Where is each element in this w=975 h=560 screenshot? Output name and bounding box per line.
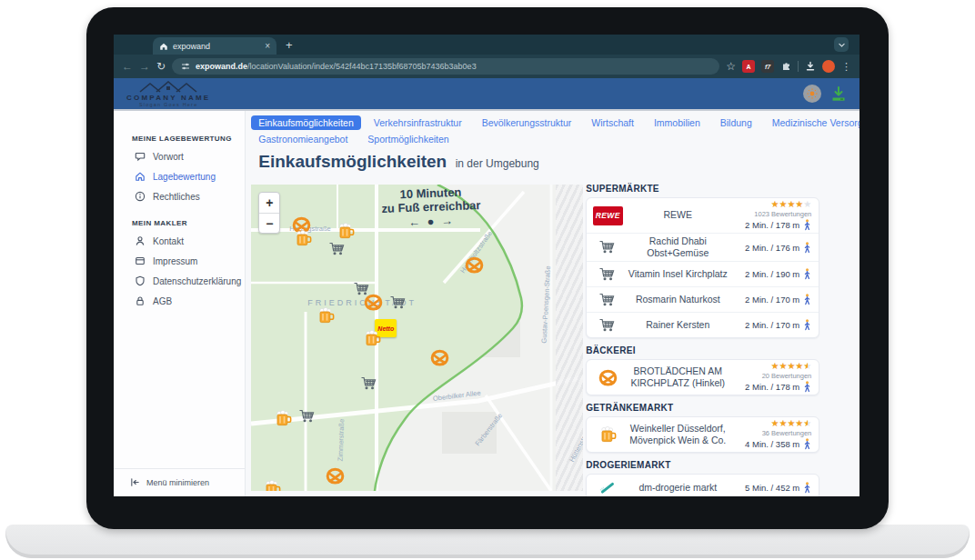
bookmark-star-icon[interactable]: ☆: [726, 61, 736, 72]
panel-section-supermaerkte: SUPERMÄRKTE REWE REWE ★★★★★★★★★★1023 Bew…: [586, 184, 819, 338]
place-name: Vitamin Insel Kirchplatz: [624, 268, 731, 280]
cart-marker[interactable]: [389, 294, 407, 312]
browser-toolbar: ← → ↻ expowand.de/locationValuation/inde…: [114, 55, 859, 78]
url-domain: expowand.de: [196, 62, 247, 71]
url-bar[interactable]: expowand.de/locationValuation/index/542f…: [172, 58, 719, 75]
tab-gastronomieangebot[interactable]: Gastronomieangebot: [251, 132, 355, 146]
place-row[interactable]: REWE REWE ★★★★★★★★★★1023 Bewertungen2 Mi…: [587, 198, 819, 233]
app-header: COMPANY NAME Slogan Goes Here: [114, 78, 859, 111]
sidebar-item-datenschutz[interactable]: Datenschutzerklärung: [114, 271, 245, 291]
category-tabs: EinkaufsmöglichkeitenVerkehrsinfrastrukt…: [249, 115, 859, 146]
beer-marker[interactable]: [363, 329, 381, 347]
drogeriemarkt-card: dm-drogerie markt 5 Min. / 452 m: [586, 474, 819, 496]
beer-marker[interactable]: [274, 409, 292, 427]
tab-medizinische-versorgung[interactable]: Medizinische Versorgung: [765, 115, 859, 130]
zoom-out-button[interactable]: −: [259, 213, 279, 233]
panel-section-drogeriemarkt: DROGERIEMARKT dm-drogerie markt 5 Min. /…: [586, 460, 819, 496]
sidebar-item-vorwort[interactable]: Vorwort: [114, 146, 245, 166]
download-icon[interactable]: [805, 61, 816, 72]
tab-sportmöglichkeiten[interactable]: Sportmöglichkeiten: [360, 132, 456, 146]
home-favicon-icon: [159, 42, 168, 51]
walking-icon: [803, 268, 811, 280]
pdf-extension-icon[interactable]: A: [742, 60, 755, 73]
place-name: REWE: [624, 209, 731, 221]
place-row[interactable]: Rainer Kersten 2 Min. / 170 m: [587, 312, 819, 337]
tab-einkaufsmöglichkeiten[interactable]: Einkaufsmöglichkeiten: [251, 115, 360, 130]
browser-tab[interactable]: expowand ×: [153, 37, 276, 55]
cart-marker[interactable]: [360, 375, 378, 393]
panel-section-getraenkemarkt: GETRÄNKEMARKT Weinkeller Düsseldorf, Möv…: [586, 403, 819, 453]
walking-icon: [803, 438, 811, 450]
star-rating: ★★★★★★★★★★: [770, 362, 811, 371]
toothbrush-icon: [598, 477, 618, 496]
place-row[interactable]: Rosmarin Naturkost 2 Min. / 170 m: [587, 286, 819, 312]
cart-icon: [598, 238, 617, 256]
map-zoom-control: + −: [258, 192, 280, 234]
tab-verkehrsinfrastruktur[interactable]: Verkehrsinfrastruktur: [367, 115, 469, 130]
page-content: MEINE LAGEBEWERTUNGVorwortLagebewertungR…: [114, 111, 859, 496]
map[interactable]: FRIEDRICHSTADT HerzogstraßeOberbilker Al…: [251, 185, 583, 491]
supermaerkte-card: REWE REWE ★★★★★★★★★★1023 Bewertungen2 Mi…: [586, 197, 819, 338]
sidebar-item-rechtliches[interactable]: Rechtliches: [114, 186, 245, 206]
place-row[interactable]: Weinkeller Düsseldorf, Mövenpick Wein & …: [587, 417, 819, 452]
f7-extension-icon[interactable]: f7: [761, 60, 774, 73]
cart-marker[interactable]: [298, 407, 317, 425]
export-download-button[interactable]: [830, 86, 847, 102]
place-row[interactable]: BROTLÄDCHEN AM KIRCHPLATZ (Hinkel) ★★★★★…: [587, 360, 819, 395]
place-name: Rainer Kersten: [624, 319, 731, 331]
sidebar-item-agb[interactable]: AGB: [114, 291, 245, 311]
place-row[interactable]: dm-drogerie markt 5 Min. / 452 m: [587, 475, 819, 496]
zoom-in-button[interactable]: +: [259, 193, 279, 213]
browser-menu-icon[interactable]: ⋮: [841, 61, 851, 73]
pretzel-marker[interactable]: [326, 466, 345, 485]
tab-search-button[interactable]: [834, 37, 849, 52]
beer-marker[interactable]: [294, 229, 312, 247]
laptop-base: [5, 525, 970, 558]
cart-icon: [598, 316, 617, 335]
cart-marker[interactable]: [328, 240, 347, 258]
close-tab-icon[interactable]: ×: [265, 41, 270, 51]
reload-button[interactable]: ↻: [156, 61, 166, 72]
extensions-puzzle-icon[interactable]: [780, 61, 791, 72]
company-logo[interactable]: COMPANY NAME Slogan Goes Here: [126, 81, 210, 107]
place-name: dm-drogerie markt: [624, 482, 731, 494]
sidebar-item-impressum[interactable]: Impressum: [114, 251, 245, 271]
tab-bildung[interactable]: Bildung: [713, 115, 759, 130]
beer-marker[interactable]: [317, 306, 335, 325]
sidebar-item-kontakt[interactable]: Kontakt: [114, 231, 245, 251]
walking-icon: [803, 319, 811, 331]
main-area: EinkaufsmöglichkeitenVerkehrsinfrastrukt…: [246, 111, 859, 496]
place-row[interactable]: Rachid Dhabi Obst+Gemüse 2 Min. / 176 m: [587, 233, 819, 261]
sidebar-item-label: Kontakt: [153, 236, 184, 246]
forward-button[interactable]: →: [139, 61, 150, 72]
pretzel-marker[interactable]: [430, 348, 449, 367]
tab-immobilien[interactable]: Immobilien: [647, 115, 708, 130]
home-icon: [135, 171, 146, 182]
place-row[interactable]: Vitamin Insel Kirchplatz 2 Min. / 190 m: [587, 261, 819, 286]
rooftops-icon: [138, 81, 198, 93]
beer-marker[interactable]: [337, 222, 355, 240]
pretzel-marker[interactable]: [465, 255, 484, 275]
new-tab-button[interactable]: +: [286, 38, 293, 52]
minimize-menu-button[interactable]: Menü minimieren: [114, 468, 245, 496]
walking-distance: 2 Min. / 170 m: [745, 295, 799, 305]
walking-icon: [803, 219, 811, 231]
profile-avatar[interactable]: [822, 60, 835, 73]
beer-marker[interactable]: [263, 479, 281, 491]
results-panel: SUPERMÄRKTE REWE REWE ★★★★★★★★★★1023 Bew…: [586, 184, 819, 496]
person-icon: [135, 235, 146, 246]
panel-section-title: SUPERMÄRKTE: [586, 184, 819, 195]
star-rating: ★★★★★★★★★★: [770, 419, 811, 428]
cart-icon: [598, 265, 617, 284]
theme-toggle-button[interactable]: [803, 85, 821, 103]
laptop-mockup: expowand × + ← → ↻ expowand.de/locationV…: [0, 0, 975, 560]
pretzel-marker[interactable]: [364, 293, 383, 312]
back-button[interactable]: ←: [122, 61, 133, 72]
sidebar-item-lagebewertung[interactable]: Lagebewertung: [114, 166, 245, 186]
panel-section-title: GETRÄNKEMARKT: [586, 403, 819, 414]
tab-wirtschaft[interactable]: Wirtschaft: [584, 115, 641, 130]
tab-bevölkerungsstruktur[interactable]: Bevölkerungsstruktur: [475, 115, 579, 130]
site-settings-icon[interactable]: [181, 62, 190, 71]
walking-icon: [803, 294, 811, 305]
sidebar-item-label: Datenschutzerklärung: [153, 276, 241, 286]
